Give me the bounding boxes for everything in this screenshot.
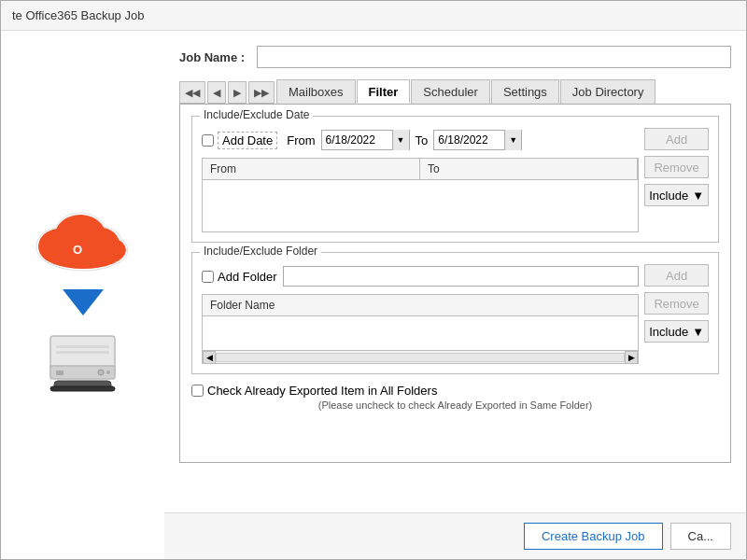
check-exported-checkbox[interactable]	[191, 385, 204, 397]
date-section: Include/Exclude Date Add Date From	[191, 116, 719, 243]
tab-mailboxes[interactable]: Mailboxes	[276, 79, 356, 104]
cancel-button[interactable]: Ca...	[670, 523, 731, 550]
window-title: te Office365 Backup Job	[12, 8, 144, 22]
cloud-icon: O	[32, 202, 134, 276]
tab-nav-prev[interactable]: ◀	[207, 81, 226, 104]
tab-nav-first[interactable]: ◀◀	[179, 81, 205, 104]
folder-include-label: Include	[649, 325, 688, 339]
add-date-checkbox[interactable]	[202, 134, 214, 147]
date-add-button[interactable]: Add	[644, 128, 709, 150]
tab-job-directory[interactable]: Job Directory	[560, 79, 656, 104]
date-include-label: Include	[649, 189, 688, 203]
add-folder-label: Add Folder	[218, 270, 277, 284]
from-date-input-group: ▼	[321, 130, 410, 150]
date-grid-body	[203, 180, 638, 231]
tabs-bar: ◀◀ ◀ ▶ ▶▶ Mailboxes Filter Scheduler Set…	[179, 79, 731, 105]
svg-rect-12	[56, 371, 63, 375]
svg-rect-15	[56, 345, 109, 348]
svg-text:O: O	[73, 243, 82, 257]
bottom-bar: Create Backup Job Ca...	[164, 512, 746, 559]
from-label: From	[287, 133, 315, 147]
date-include-dropdown[interactable]: Include ▼	[644, 184, 709, 206]
arrow-down-icon	[63, 289, 104, 315]
folder-row: Add Folder	[202, 266, 639, 287]
date-grid-col-to: To	[420, 159, 638, 179]
date-grid-header: From To	[203, 159, 638, 180]
add-folder-checkbox[interactable]	[202, 271, 214, 283]
info-text: (Please uncheck to check Already Exporte…	[191, 399, 719, 411]
add-date-checkbox-label[interactable]: Add Date	[202, 132, 277, 149]
folder-section: Include/Exclude Folder Add Folder	[191, 252, 719, 374]
date-right-buttons: Add Remove Include ▼	[644, 126, 709, 206]
job-name-label: Job Name :	[179, 50, 249, 64]
job-name-input[interactable]	[257, 46, 731, 68]
to-date-picker-btn[interactable]: ▼	[504, 130, 521, 150]
title-bar: te Office365 Backup Job	[1, 1, 746, 31]
add-date-label: Add Date	[218, 132, 277, 149]
folder-include-dropdown[interactable]: Include ▼	[644, 320, 709, 343]
folder-grid-header: Folder Name	[203, 295, 638, 316]
svg-rect-16	[56, 351, 109, 354]
scroll-track[interactable]	[216, 353, 625, 362]
folder-remove-button[interactable]: Remove	[644, 292, 709, 315]
folder-include-arrow: ▼	[692, 325, 704, 339]
job-name-row: Job Name :	[179, 46, 731, 68]
folder-right-buttons: Add Remove Include ▼	[644, 262, 709, 343]
tab-nav-last[interactable]: ▶▶	[248, 81, 275, 104]
svg-point-14	[106, 371, 110, 374]
folder-section-left: Add Folder Folder Name ◀ ▶	[202, 262, 639, 364]
from-date-input[interactable]	[322, 132, 392, 148]
check-exported-label[interactable]: Check Already Exported Item in All Folde…	[191, 384, 437, 398]
date-grid: From To	[202, 158, 639, 232]
left-panel: O	[1, 35, 164, 560]
folder-section-inner: Add Folder Folder Name ◀ ▶	[202, 262, 709, 364]
check-exported-text: Check Already Exported Item in All Folde…	[207, 384, 437, 398]
date-row: Add Date From ▼ To ▼	[202, 130, 639, 150]
date-include-arrow: ▼	[692, 189, 704, 203]
from-date-picker-btn[interactable]: ▼	[392, 130, 409, 150]
scroll-right-btn[interactable]: ▶	[625, 351, 638, 364]
folder-scrollbar: ◀ ▶	[203, 350, 638, 363]
svg-rect-9	[73, 258, 92, 261]
svg-rect-18	[50, 386, 115, 391]
svg-point-13	[98, 370, 104, 375]
main-content: Job Name : ◀◀ ◀ ▶ ▶▶ Mailboxes Filter Sc…	[164, 35, 746, 559]
tab-filter[interactable]: Filter	[357, 79, 411, 104]
main-window: te Office365 Backup Job O	[0, 0, 747, 560]
folder-section-legend: Include/Exclude Folder	[200, 245, 321, 258]
folder-grid: Folder Name ◀ ▶	[202, 294, 639, 364]
date-grid-col-from: From	[203, 159, 420, 179]
add-folder-checkbox-label[interactable]: Add Folder	[202, 270, 277, 284]
to-date-input[interactable]	[434, 132, 504, 148]
folder-input[interactable]	[283, 266, 640, 287]
check-exported-row: Check Already Exported Item in All Folde…	[191, 384, 719, 398]
folder-grid-body: ◀ ▶	[203, 316, 638, 363]
tab-scheduler[interactable]: Scheduler	[411, 79, 490, 104]
date-remove-button[interactable]: Remove	[644, 156, 709, 178]
create-backup-job-button[interactable]: Create Backup Job	[524, 523, 663, 550]
date-section-legend: Include/Exclude Date	[200, 108, 313, 121]
date-section-inner: Add Date From ▼ To ▼	[202, 126, 709, 232]
drive-icon	[43, 329, 122, 394]
scroll-left-btn[interactable]: ◀	[203, 351, 216, 364]
date-section-left: Add Date From ▼ To ▼	[202, 126, 639, 232]
tab-settings[interactable]: Settings	[491, 79, 559, 104]
folder-add-button[interactable]: Add	[644, 264, 709, 287]
tab-content: Include/Exclude Date Add Date From	[179, 105, 731, 463]
to-date-input-group: ▼	[433, 130, 522, 150]
tab-nav-next[interactable]: ▶	[228, 81, 247, 104]
to-label: To	[416, 133, 429, 147]
